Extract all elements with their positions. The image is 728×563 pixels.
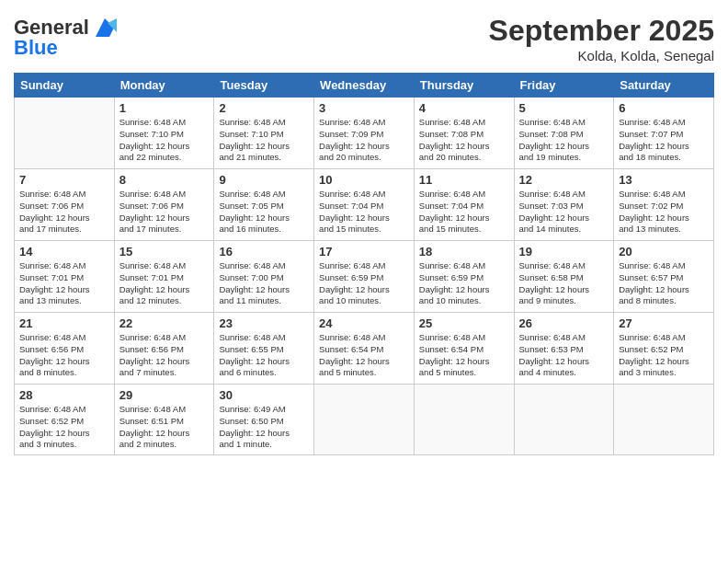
calendar-header-row: Sunday Monday Tuesday Wednesday Thursday… (15, 74, 714, 98)
table-row (614, 385, 714, 455)
day-info: Sunrise: 6:48 AMSunset: 6:56 PMDaylight:… (19, 332, 109, 379)
table-row: 22Sunrise: 6:48 AMSunset: 6:56 PMDayligh… (114, 313, 214, 385)
day-number: 8 (119, 173, 210, 187)
day-info: Sunrise: 6:48 AMSunset: 7:10 PMDaylight:… (119, 117, 210, 164)
logo: General Blue (14, 14, 119, 59)
header-sunday: Sunday (15, 74, 115, 98)
header-wednesday: Wednesday (314, 74, 415, 98)
day-number: 9 (219, 173, 309, 187)
table-row: 26Sunrise: 6:48 AMSunset: 6:53 PMDayligh… (514, 313, 614, 385)
table-row (514, 385, 614, 455)
table-row: 17Sunrise: 6:48 AMSunset: 6:59 PMDayligh… (314, 241, 415, 313)
table-row: 18Sunrise: 6:48 AMSunset: 6:59 PMDayligh… (414, 241, 514, 313)
day-number: 23 (219, 316, 309, 330)
day-number: 4 (419, 101, 509, 115)
day-info: Sunrise: 6:48 AMSunset: 7:00 PMDaylight:… (219, 260, 309, 307)
table-row: 14Sunrise: 6:48 AMSunset: 7:01 PMDayligh… (15, 241, 115, 313)
header-saturday: Saturday (614, 74, 714, 98)
calendar-table: Sunday Monday Tuesday Wednesday Thursday… (14, 73, 714, 455)
day-info: Sunrise: 6:48 AMSunset: 6:55 PMDaylight:… (219, 332, 309, 379)
table-row: 27Sunrise: 6:48 AMSunset: 6:52 PMDayligh… (614, 313, 714, 385)
title-block: September 2025 Kolda, Kolda, Senegal (489, 14, 714, 63)
day-info: Sunrise: 6:48 AMSunset: 6:53 PMDaylight:… (519, 332, 609, 379)
day-info: Sunrise: 6:48 AMSunset: 7:02 PMDaylight:… (619, 189, 709, 236)
table-row: 5Sunrise: 6:48 AMSunset: 7:08 PMDaylight… (514, 98, 614, 169)
table-row (414, 385, 514, 455)
day-info: Sunrise: 6:48 AMSunset: 7:08 PMDaylight:… (419, 117, 509, 164)
day-info: Sunrise: 6:48 AMSunset: 7:01 PMDaylight:… (19, 260, 109, 307)
day-number: 29 (119, 388, 210, 402)
table-row: 30Sunrise: 6:49 AMSunset: 6:50 PMDayligh… (214, 385, 314, 455)
table-row: 12Sunrise: 6:48 AMSunset: 7:03 PMDayligh… (514, 169, 614, 241)
day-number: 13 (619, 173, 709, 187)
day-number: 16 (219, 245, 309, 259)
table-row: 6Sunrise: 6:48 AMSunset: 7:07 PMDaylight… (614, 98, 714, 169)
table-row: 9Sunrise: 6:48 AMSunset: 7:05 PMDaylight… (214, 169, 314, 241)
table-row: 4Sunrise: 6:48 AMSunset: 7:08 PMDaylight… (414, 98, 514, 169)
day-info: Sunrise: 6:48 AMSunset: 7:06 PMDaylight:… (19, 189, 109, 236)
table-row: 19Sunrise: 6:48 AMSunset: 6:58 PMDayligh… (514, 241, 614, 313)
table-row: 2Sunrise: 6:48 AMSunset: 7:10 PMDaylight… (214, 98, 314, 169)
calendar-title: September 2025 (489, 14, 714, 48)
day-number: 22 (119, 316, 210, 330)
day-info: Sunrise: 6:48 AMSunset: 7:10 PMDaylight:… (219, 117, 309, 164)
day-number: 3 (319, 101, 409, 115)
day-info: Sunrise: 6:48 AMSunset: 7:05 PMDaylight:… (219, 189, 309, 236)
day-number: 11 (419, 173, 509, 187)
table-row: 24Sunrise: 6:48 AMSunset: 6:54 PMDayligh… (314, 313, 415, 385)
day-number: 30 (219, 388, 309, 402)
day-number: 6 (619, 101, 709, 115)
day-number: 17 (319, 245, 409, 259)
day-number: 12 (519, 173, 609, 187)
day-info: Sunrise: 6:48 AMSunset: 6:54 PMDaylight:… (319, 332, 409, 379)
table-row: 23Sunrise: 6:48 AMSunset: 6:55 PMDayligh… (214, 313, 314, 385)
day-info: Sunrise: 6:48 AMSunset: 7:01 PMDaylight:… (119, 260, 210, 307)
logo-text-line2: Blue (14, 37, 58, 59)
day-info: Sunrise: 6:48 AMSunset: 6:52 PMDaylight:… (19, 404, 109, 451)
day-info: Sunrise: 6:48 AMSunset: 6:58 PMDaylight:… (519, 260, 609, 307)
day-info: Sunrise: 6:48 AMSunset: 6:57 PMDaylight:… (619, 260, 709, 307)
day-info: Sunrise: 6:48 AMSunset: 7:04 PMDaylight:… (419, 189, 509, 236)
day-info: Sunrise: 6:49 AMSunset: 6:50 PMDaylight:… (219, 404, 309, 451)
header-friday: Friday (514, 74, 614, 98)
day-number: 1 (119, 101, 210, 115)
header: General Blue September 2025 Kolda, Kolda… (14, 14, 714, 63)
day-info: Sunrise: 6:48 AMSunset: 6:59 PMDaylight:… (319, 260, 409, 307)
day-number: 26 (519, 316, 609, 330)
day-number: 25 (419, 316, 509, 330)
day-number: 20 (619, 245, 709, 259)
day-info: Sunrise: 6:48 AMSunset: 6:52 PMDaylight:… (619, 332, 709, 379)
calendar-subtitle: Kolda, Kolda, Senegal (489, 48, 714, 63)
day-info: Sunrise: 6:48 AMSunset: 6:51 PMDaylight:… (119, 404, 210, 451)
table-row: 8Sunrise: 6:48 AMSunset: 7:06 PMDaylight… (114, 169, 214, 241)
page: General Blue September 2025 Kolda, Kolda… (0, 0, 728, 563)
day-number: 24 (319, 316, 409, 330)
table-row: 15Sunrise: 6:48 AMSunset: 7:01 PMDayligh… (114, 241, 214, 313)
header-tuesday: Tuesday (214, 74, 314, 98)
day-info: Sunrise: 6:48 AMSunset: 7:03 PMDaylight:… (519, 189, 609, 236)
day-number: 19 (519, 245, 609, 259)
day-number: 18 (419, 245, 509, 259)
header-monday: Monday (114, 74, 214, 98)
day-info: Sunrise: 6:48 AMSunset: 7:04 PMDaylight:… (319, 189, 409, 236)
table-row: 25Sunrise: 6:48 AMSunset: 6:54 PMDayligh… (414, 313, 514, 385)
logo-icon (91, 14, 119, 41)
table-row: 29Sunrise: 6:48 AMSunset: 6:51 PMDayligh… (114, 385, 214, 455)
table-row: 20Sunrise: 6:48 AMSunset: 6:57 PMDayligh… (614, 241, 714, 313)
day-number: 5 (519, 101, 609, 115)
day-info: Sunrise: 6:48 AMSunset: 6:56 PMDaylight:… (119, 332, 210, 379)
day-info: Sunrise: 6:48 AMSunset: 6:59 PMDaylight:… (419, 260, 509, 307)
table-row: 11Sunrise: 6:48 AMSunset: 7:04 PMDayligh… (414, 169, 514, 241)
day-info: Sunrise: 6:48 AMSunset: 7:09 PMDaylight:… (319, 117, 409, 164)
table-row: 16Sunrise: 6:48 AMSunset: 7:00 PMDayligh… (214, 241, 314, 313)
day-info: Sunrise: 6:48 AMSunset: 7:06 PMDaylight:… (119, 189, 210, 236)
table-row: 28Sunrise: 6:48 AMSunset: 6:52 PMDayligh… (15, 385, 115, 455)
table-row: 7Sunrise: 6:48 AMSunset: 7:06 PMDaylight… (15, 169, 115, 241)
day-info: Sunrise: 6:48 AMSunset: 6:54 PMDaylight:… (419, 332, 509, 379)
day-number: 14 (19, 245, 109, 259)
header-thursday: Thursday (414, 74, 514, 98)
table-row: 3Sunrise: 6:48 AMSunset: 7:09 PMDaylight… (314, 98, 415, 169)
table-row: 13Sunrise: 6:48 AMSunset: 7:02 PMDayligh… (614, 169, 714, 241)
day-number: 10 (319, 173, 409, 187)
table-row (314, 385, 415, 455)
